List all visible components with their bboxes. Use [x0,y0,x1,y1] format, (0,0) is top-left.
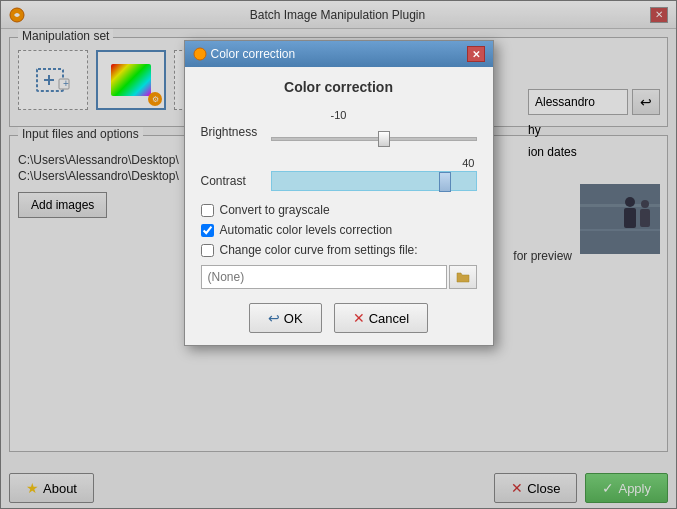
brightness-row: Brightness [201,123,477,141]
cancel-x-icon: ✕ [353,310,365,326]
brightness-section: -10 Brightness [201,109,477,141]
modal-title-bar: Color correction ✕ [185,41,493,67]
contrast-thumb[interactable] [439,172,451,192]
svg-point-15 [194,48,206,60]
brightness-label: Brightness [201,125,271,139]
color-curve-checkbox[interactable] [201,244,214,257]
grayscale-checkbox-row: Convert to grayscale [201,203,477,217]
auto-levels-checkbox[interactable] [201,224,214,237]
ok-arrow-icon: ↩ [268,310,280,326]
brightness-thumb[interactable] [378,131,390,147]
brightness-value-display: -10 [201,109,477,121]
ok-label: OK [284,311,303,326]
contrast-slider-container[interactable] [271,171,477,191]
brightness-slider-container[interactable] [271,123,477,141]
modal-app-icon [193,47,207,61]
auto-levels-label[interactable]: Automatic color levels correction [220,223,393,237]
color-curve-label[interactable]: Change color curve from settings file: [220,243,418,257]
modal-body: Color correction -10 Brightness [185,67,493,345]
brightness-track [271,137,477,141]
main-window: Batch Image Manipulation Plugin ✕ Manipu… [0,0,677,509]
file-picker-row [201,265,477,289]
modal-overlay: Color correction ✕ Color correction -10 … [0,0,677,509]
contrast-row: Contrast [201,171,477,191]
folder-icon [456,271,470,283]
grayscale-checkbox[interactable] [201,204,214,217]
ok-button[interactable]: ↩ OK [249,303,322,333]
modal-buttons-row: ↩ OK ✕ Cancel [201,303,477,333]
contrast-section: 40 Contrast [201,157,477,191]
color-curve-checkbox-row: Change color curve from settings file: [201,243,477,257]
file-picker-input[interactable] [201,265,447,289]
modal-title-text: Color correction [211,47,296,61]
color-correction-modal: Color correction ✕ Color correction -10 … [184,40,494,346]
grayscale-label[interactable]: Convert to grayscale [220,203,330,217]
modal-heading: Color correction [201,79,477,95]
contrast-label: Contrast [201,174,271,188]
file-picker-button[interactable] [449,265,477,289]
cancel-button[interactable]: ✕ Cancel [334,303,428,333]
modal-close-button[interactable]: ✕ [467,46,485,62]
modal-title-left: Color correction [193,47,296,61]
contrast-value-display: 40 [201,157,477,169]
auto-levels-checkbox-row: Automatic color levels correction [201,223,477,237]
cancel-label: Cancel [369,311,409,326]
